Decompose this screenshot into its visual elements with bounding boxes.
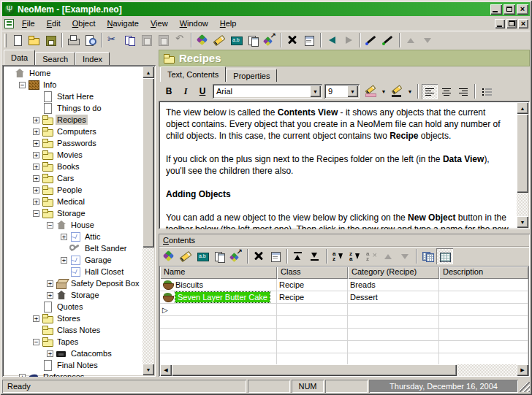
- tree-item-storage[interactable]: +Storage: [2, 289, 142, 301]
- expander-plus-icon[interactable]: +: [19, 374, 26, 377]
- tree-item-info[interactable]: −Info: [2, 79, 142, 91]
- tree-item-hall-closet[interactable]: Hall Closet: [2, 266, 142, 277]
- tab-text-contents[interactable]: Text, Contents: [160, 66, 226, 82]
- minimize-button[interactable]: [490, 4, 502, 15]
- delete-object-button[interactable]: [251, 248, 267, 264]
- font-family-select[interactable]: Arial ▼: [213, 84, 322, 99]
- expander-plus-icon[interactable]: +: [33, 129, 39, 135]
- expander-plus-icon[interactable]: +: [33, 175, 39, 182]
- expander-plus-icon[interactable]: +: [61, 257, 67, 264]
- sort-ascending-button[interactable]: [330, 248, 346, 264]
- table-row[interactable]: Seven Layer Butter CakeRecipeDessert: [160, 291, 528, 304]
- tree-item-references[interactable]: +References: [2, 371, 142, 377]
- tree-item-passwords[interactable]: +Passwords: [2, 137, 142, 149]
- tree-item-cars[interactable]: +Cars: [2, 172, 142, 184]
- tree-vertical-scrollbar[interactable]: ▲ ▼: [142, 66, 154, 375]
- scrollbar-thumb[interactable]: [172, 364, 457, 376]
- scroll-down-button[interactable]: ▼: [517, 216, 528, 228]
- sort-descending-button[interactable]: [346, 248, 363, 264]
- expander-minus-icon[interactable]: −: [47, 222, 53, 229]
- text-vertical-scrollbar[interactable]: ▲ ▼: [517, 102, 528, 228]
- move-object-button[interactable]: [228, 248, 245, 264]
- edit-object-button[interactable]: [211, 32, 228, 48]
- menu-window[interactable]: Window: [174, 17, 214, 30]
- bullet-list-button[interactable]: [479, 84, 495, 99]
- highlight-color-button[interactable]: [389, 84, 405, 99]
- wizard-add-object-button[interactable]: [363, 32, 380, 48]
- underline-button[interactable]: U: [194, 84, 210, 99]
- menu-object[interactable]: Object: [66, 17, 102, 30]
- mdi-close-button[interactable]: ×: [518, 19, 528, 28]
- object-properties-button[interactable]: [301, 32, 318, 48]
- table-row[interactable]: BiscuitsRecipeBreads: [160, 279, 528, 291]
- cut-button[interactable]: [104, 32, 121, 48]
- scrollbar-thumb[interactable]: [142, 78, 154, 248]
- duplicate-object-button[interactable]: [245, 32, 262, 48]
- expander-minus-icon[interactable]: −: [19, 82, 26, 88]
- column-header-description[interactable]: Description: [439, 266, 528, 279]
- open-file-button[interactable]: [26, 32, 42, 48]
- promote-object-button[interactable]: [290, 248, 307, 264]
- menu-navigate[interactable]: Navigate: [102, 17, 145, 30]
- tree-item-garage[interactable]: +Garage: [2, 254, 142, 266]
- tree-item-attic[interactable]: +Attic: [2, 231, 142, 242]
- bold-button[interactable]: B: [161, 84, 177, 99]
- tree-item-storage[interactable]: −Storage: [2, 207, 142, 219]
- scroll-down-button[interactable]: ▼: [142, 364, 154, 375]
- toggle-grid-view-button[interactable]: [436, 248, 453, 264]
- tree-item-house[interactable]: −House: [2, 219, 142, 231]
- expander-plus-icon[interactable]: +: [33, 152, 39, 158]
- chevron-down-icon[interactable]: ▼: [310, 85, 321, 97]
- maximize-button[interactable]: [503, 4, 515, 15]
- new-file-button[interactable]: [9, 32, 26, 48]
- tree-item-quotes[interactable]: Quotes: [2, 301, 142, 312]
- tab-properties[interactable]: Properties: [226, 69, 277, 82]
- new-object-button[interactable]: [194, 32, 211, 48]
- toolbar-grip[interactable]: [4, 34, 7, 47]
- rich-text-content[interactable]: The view below is called the Contents Vi…: [159, 101, 517, 229]
- expander-plus-icon[interactable]: +: [47, 292, 53, 299]
- tree-item-computers[interactable]: +Computers: [2, 126, 142, 137]
- delete-object-button[interactable]: [284, 32, 301, 48]
- font-size-select[interactable]: 9 ▼: [324, 84, 360, 99]
- tab-data[interactable]: Data: [4, 50, 35, 65]
- expander-minus-icon[interactable]: −: [33, 210, 39, 217]
- align-left-button[interactable]: [422, 84, 438, 99]
- tree-item-things-to-do[interactable]: Things to do: [2, 102, 142, 114]
- expander-plus-icon[interactable]: +: [33, 199, 39, 205]
- grid-horizontal-scrollbar[interactable]: ◀ ▶: [160, 364, 528, 376]
- app-icon[interactable]: Ψ: [4, 4, 15, 15]
- tree-item-recipes[interactable]: +Recipes: [2, 114, 142, 126]
- expander-plus-icon[interactable]: +: [33, 164, 39, 170]
- expander-plus-icon[interactable]: +: [47, 280, 53, 287]
- tree-item-catacombs[interactable]: +Catacombs: [2, 348, 142, 359]
- edit-object-button[interactable]: [178, 248, 194, 264]
- menu-view[interactable]: View: [145, 17, 174, 30]
- move-object-button[interactable]: [262, 32, 278, 48]
- expander-plus-icon[interactable]: +: [33, 315, 39, 322]
- duplicate-object-button[interactable]: [211, 248, 228, 264]
- copy-button[interactable]: [121, 32, 138, 48]
- mdi-minimize-button[interactable]: [495, 19, 505, 28]
- text-color-button[interactable]: [362, 84, 379, 99]
- rename-object-button[interactable]: [228, 32, 245, 48]
- close-button[interactable]: ×: [517, 4, 528, 15]
- wizard-new-class-button[interactable]: [380, 32, 397, 48]
- menu-file[interactable]: File: [16, 17, 41, 30]
- highlight-color-dropdown[interactable]: ▼: [406, 84, 414, 99]
- text-editor[interactable]: The view below is called the Contents Vi…: [159, 101, 530, 229]
- print-preview-button[interactable]: [82, 32, 99, 48]
- new-row[interactable]: ▷: [160, 304, 528, 316]
- expander-plus-icon[interactable]: +: [33, 140, 39, 147]
- expander-plus-icon[interactable]: +: [33, 187, 39, 193]
- tree-item-medical[interactable]: +Medical: [2, 196, 142, 207]
- menu-edit[interactable]: Edit: [41, 17, 66, 30]
- tree-item-people[interactable]: +People: [2, 184, 142, 196]
- print-button[interactable]: [65, 32, 82, 48]
- expander-plus-icon[interactable]: +: [61, 234, 67, 240]
- save-file-button[interactable]: [42, 32, 59, 48]
- tree-item-tapes[interactable]: −Tapes: [2, 336, 142, 348]
- tree-item-movies[interactable]: +Movies: [2, 149, 142, 161]
- scroll-up-button[interactable]: ▲: [142, 66, 154, 78]
- tab-index[interactable]: Index: [75, 52, 110, 65]
